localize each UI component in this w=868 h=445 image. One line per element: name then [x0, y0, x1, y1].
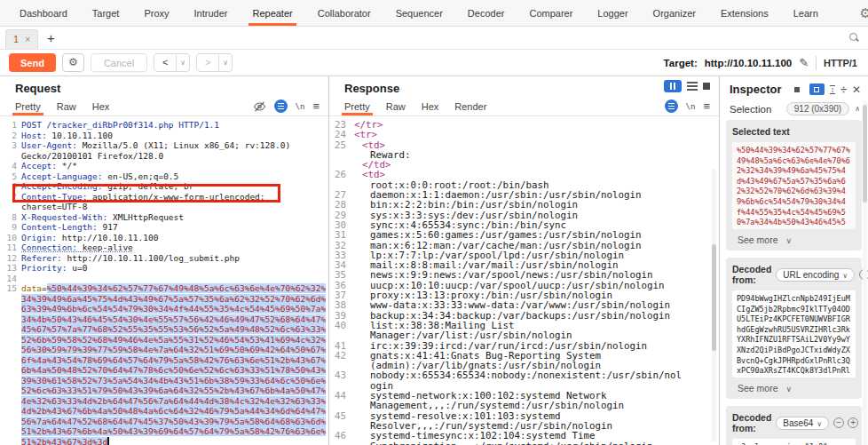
response-scrollbar[interactable] [712, 169, 716, 441]
menu-item-repeater[interactable]: Repeater [240, 0, 304, 26]
code-line: systemd-network:x:100:102:systemd Networ… [351, 391, 683, 411]
code-token: gzip, deflate, br [103, 181, 194, 191]
divide-icon[interactable]: ÷ [840, 83, 847, 96]
request-tab-pretty[interactable]: Pretty [7, 97, 49, 115]
settings-gear-icon[interactable]: ⚙ [860, 5, 868, 21]
menu-item-decoder[interactable]: Decoder [455, 0, 517, 26]
menu-item-extensions[interactable]: Extensions [708, 0, 781, 26]
line-number: 46 [329, 431, 351, 445]
code-line: POST /tracker_diRbPr00f314.php HTTP/1.1 [21, 120, 327, 131]
response-layout-buttons [664, 80, 710, 92]
request-editor[interactable]: 1POST /tracker_diRbPr00f314.php HTTP/1.1… [0, 116, 328, 445]
close-tab-icon[interactable]: × [25, 35, 30, 44]
menu-item-proxy[interactable]: Proxy [131, 0, 181, 26]
response-tab-pretty[interactable]: Pretty [336, 97, 378, 115]
menu-item-intruder[interactable]: Intruder [182, 0, 241, 26]
menu-item-target[interactable]: Target [80, 0, 132, 26]
response-tab-hex[interactable]: Hex [414, 97, 447, 115]
remove-decoding-step-icon[interactable]: − [833, 417, 844, 428]
code-token: http://10.10.11.100/log_submit.php [62, 253, 240, 263]
syntax-highlight-icon[interactable] [274, 99, 288, 113]
expand-collapse-icon[interactable]: ↕ [830, 85, 836, 94]
menu-item-organizer[interactable]: Organizer [641, 0, 708, 26]
menu-item-collaborator[interactable]: Collaborator [305, 0, 383, 26]
pause-layout-icon[interactable] [664, 80, 682, 92]
line-number [329, 150, 351, 160]
editor-row: 13Priority: u=0 [0, 263, 328, 274]
code-token: Accept: [21, 161, 57, 171]
response-editor[interactable]: 23</tr>24<tr>25<td>Reward:</td>26<td>roo… [329, 116, 719, 445]
selection-row[interactable]: Selection 912 (0x390) ∧ [720, 99, 868, 120]
menu-item-comparer[interactable]: Comparer [517, 0, 585, 26]
linebreaks-icon[interactable]: \n [296, 102, 305, 111]
history-forward-group: > ∨ [196, 53, 233, 72]
edit-target-pencil-icon[interactable]: ✎ [799, 56, 809, 69]
forward-dropdown-icon[interactable]: ∨ [219, 53, 233, 72]
back-dropdown-icon[interactable]: ∨ [177, 53, 190, 72]
code-line: Content-Length: 917 [21, 222, 327, 233]
main-menu-bar: DashboardTargetProxyIntruderRepeaterColl… [0, 0, 868, 27]
inspector-title: Inspector [730, 83, 782, 96]
editor-menu-icon[interactable]: ≡ [703, 99, 710, 113]
action-toolbar: Send ⚙ Cancel < ∨ > ∨ Target: http://10.… [0, 50, 868, 76]
code-line: Accept-Encoding: gzip, deflate, br [21, 181, 327, 192]
search-icon[interactable] [848, 32, 859, 43]
base64-dropdown[interactable]: Base64∨ [776, 417, 829, 430]
line-number: 6 [0, 181, 21, 192]
code-line: systemd-timesync:x:102:104:systemd Time … [351, 431, 683, 445]
dock-small-icon[interactable] [791, 84, 804, 95]
code-token: X-Requested-With: [21, 212, 107, 222]
menu-item-logger[interactable]: Logger [585, 0, 640, 26]
code-token: u=0 [67, 263, 87, 273]
back-button[interactable]: < [154, 53, 177, 72]
editor-menu-icon[interactable]: ≡ [312, 99, 320, 113]
code-line: </tr> [351, 120, 683, 130]
line-number: 38 [329, 300, 351, 310]
rows-layout-icon[interactable] [687, 82, 698, 90]
response-tab-render[interactable]: Render [446, 97, 494, 115]
chevron-down-icon: ∨ [785, 236, 792, 245]
cancel-button[interactable]: Cancel [91, 53, 147, 72]
chevron-down-icon: ∨ [817, 420, 822, 428]
code-token: Content-Length: [21, 222, 98, 232]
response-tab-raw[interactable]: Raw [378, 97, 414, 115]
request-view-tabs: PrettyRawHex [7, 97, 117, 115]
linebreaks-icon[interactable]: \n [686, 102, 696, 111]
code-token: http://10.10.11.100 [57, 233, 158, 242]
add-decoding-step-icon[interactable]: + [848, 417, 858, 428]
code-line: Reward: [351, 150, 683, 160]
line-number: 12 [0, 253, 21, 264]
code-token: %50%44%39%34%62%57%77%67%49%48%5a%6c%63%… [21, 283, 326, 445]
repeater-tab-1[interactable]: 1 × [5, 29, 38, 49]
code-token: systemd-resolve:x:101:103:systemd Resolv… [370, 410, 612, 432]
http-version-label[interactable]: HTTP/1 [824, 58, 859, 68]
code-token: Connection: [21, 242, 77, 252]
code-token: 917 [98, 222, 118, 232]
menu-item-sequencer[interactable]: Sequencer [383, 0, 455, 26]
code-token: systemd-network:x:100:102:systemd Networ… [370, 390, 624, 411]
code-token: systemd-timesync:x:102:104:systemd Time … [370, 430, 653, 445]
forward-button[interactable]: > [196, 53, 219, 72]
menu-item-dashboard[interactable]: Dashboard [7, 0, 80, 26]
send-settings-button[interactable]: ⚙ [62, 53, 84, 72]
code-line: </td> [351, 160, 683, 170]
see-more-link[interactable]: See more ∨ [732, 234, 856, 245]
send-button[interactable]: Send [9, 53, 56, 72]
inspector-scrollbar[interactable] [863, 101, 867, 445]
collapse-chevron-icon[interactable]: ∧ [855, 105, 860, 113]
request-tab-hex[interactable]: Hex [84, 97, 118, 115]
dock-large-icon[interactable] [809, 83, 825, 95]
chevron-down-icon: ∨ [785, 385, 792, 393]
code-token: keep-alive [77, 242, 133, 252]
hide-nonprinting-icon[interactable] [253, 101, 266, 112]
new-tab-button[interactable]: + [47, 30, 55, 45]
close-inspector-icon[interactable]: ✕ [852, 83, 861, 96]
editor-row: </td> [329, 160, 719, 170]
url-encoding-dropdown[interactable]: URL encoding∨ [776, 268, 855, 282]
syntax-highlight-icon[interactable] [665, 99, 678, 113]
menu-item-learn[interactable]: Learn [781, 0, 831, 26]
request-tab-raw[interactable]: Raw [49, 97, 84, 115]
square-layout-icon[interactable] [703, 83, 710, 90]
decoded-url-card: Decoded from: URL encoding∨ + PD94bWwgIH… [726, 258, 862, 399]
see-more-link[interactable]: See more ∨ [732, 383, 856, 393]
